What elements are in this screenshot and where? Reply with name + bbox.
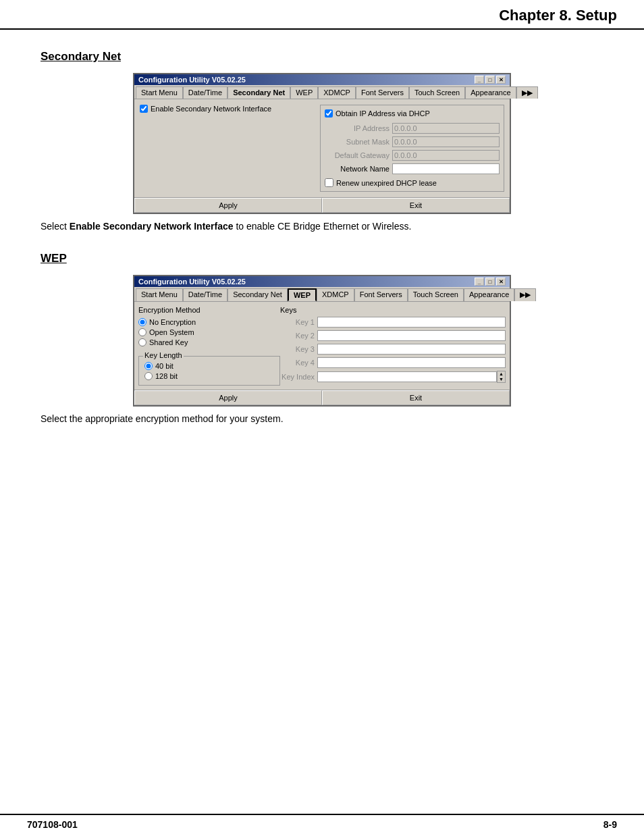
- key3-input[interactable]: [317, 344, 506, 355]
- 40bit-radio[interactable]: [144, 362, 153, 370]
- wep-tab-datetime[interactable]: Date/Time: [183, 288, 227, 301]
- obtain-dhcp-checkbox[interactable]: [325, 109, 333, 118]
- titlebar-buttons: _ □ ✕: [475, 76, 506, 84]
- wep-tab-start-menu[interactable]: Start Menu: [136, 288, 183, 301]
- wep-tab-wep[interactable]: WEP: [288, 288, 317, 301]
- ip-address-row: IP Address: [325, 123, 500, 134]
- wep-minimize-button[interactable]: _: [475, 278, 484, 286]
- wep-left-panel: Encryption Method No Encryption Open Sys…: [138, 306, 280, 386]
- key1-row: Key 1: [280, 317, 506, 328]
- renew-label: Renew unexpired DHCP lease: [336, 179, 437, 187]
- wep-tab-font-servers[interactable]: Font Servers: [354, 288, 408, 301]
- wep-tab-bar: Start Menu Date/Time Secondary Net WEP X…: [134, 287, 510, 302]
- 40bit-row: 40 bit: [144, 362, 274, 370]
- network-name-input[interactable]: [392, 163, 500, 174]
- wep-maximize-button[interactable]: □: [485, 278, 495, 286]
- tab-appearance[interactable]: Appearance: [465, 86, 516, 99]
- network-name-row: Network Name: [325, 163, 500, 174]
- secondary-net-tab-bar: Start Menu Date/Time Secondary Net WEP X…: [134, 85, 510, 99]
- shared-key-label: Shared Key: [149, 338, 188, 346]
- wep-right-panel: Keys Key 1 Key 2 Key 3 Key 4: [280, 306, 506, 386]
- wep-heading: WEP: [41, 252, 603, 265]
- tab-wep[interactable]: WEP: [290, 86, 318, 99]
- wep-footer: Apply Exit: [134, 390, 510, 405]
- wep-dialog-title: Configuration Utility V05.02.25: [138, 278, 246, 286]
- 128bit-row: 128 bit: [144, 372, 274, 380]
- page-header: Chapter 8. Setup: [0, 0, 644, 30]
- enable-secondary-checkbox[interactable]: [140, 105, 148, 113]
- key-length-label: Key Length: [143, 351, 184, 359]
- wep-titlebar-buttons: _ □ ✕: [475, 278, 506, 286]
- wep-close-button[interactable]: ✕: [496, 278, 506, 286]
- key4-label: Key 4: [280, 359, 317, 367]
- subnet-mask-label: Subnet Mask: [325, 138, 392, 146]
- tab-secondary-net[interactable]: Secondary Net: [227, 86, 290, 99]
- secondary-net-footer: Apply Exit: [134, 197, 510, 213]
- key4-input[interactable]: [317, 357, 506, 368]
- secondary-net-exit-button[interactable]: Exit: [322, 198, 510, 213]
- footer-left: 707108-001: [27, 819, 78, 830]
- wep-titlebar: Configuration Utility V05.02.25 _ □ ✕: [134, 276, 510, 287]
- wep-tab-more[interactable]: ▶▶: [514, 288, 536, 301]
- enable-checkbox-row: Enable Secondary Network Interface: [140, 105, 315, 113]
- default-gateway-label: Default Gateway: [325, 151, 392, 159]
- wep-description: Select the appropriate encryption method…: [41, 413, 603, 424]
- tab-font-servers[interactable]: Font Servers: [356, 86, 409, 99]
- maximize-button[interactable]: □: [485, 76, 495, 84]
- tab-more[interactable]: ▶▶: [516, 86, 538, 99]
- ip-address-input[interactable]: [392, 123, 500, 134]
- tab-touch-screen[interactable]: Touch Screen: [409, 86, 465, 99]
- key3-label: Key 3: [280, 345, 317, 353]
- renew-checkbox[interactable]: [325, 178, 333, 187]
- key-index-spinner[interactable]: ▲ ▼: [497, 371, 506, 383]
- 40bit-label: 40 bit: [155, 362, 173, 370]
- key-length-group: Key Length 40 bit 128 bit: [138, 356, 280, 386]
- secondary-net-description: Select Enable Secondary Network Interfac…: [41, 221, 603, 232]
- wep-tab-touch-screen[interactable]: Touch Screen: [408, 288, 464, 301]
- secondary-net-right: Obtain IP Address via DHCP IP Address Su…: [320, 105, 504, 192]
- wep-tab-secondary-net[interactable]: Secondary Net: [227, 288, 288, 301]
- subnet-mask-input[interactable]: [392, 136, 500, 147]
- chapter-title: Chapter 8. Setup: [499, 7, 617, 24]
- tab-datetime[interactable]: Date/Time: [183, 86, 227, 99]
- default-gateway-row: Default Gateway: [325, 150, 500, 161]
- renew-row: Renew unexpired DHCP lease: [325, 178, 500, 187]
- shared-key-row: Shared Key: [138, 338, 280, 346]
- open-system-radio[interactable]: [138, 328, 146, 336]
- wep-tab-xdmcp[interactable]: XDMCP: [317, 288, 354, 301]
- secondary-net-dialog-title: Configuration Utility V05.02.25: [138, 76, 246, 84]
- key3-row: Key 3: [280, 344, 506, 355]
- secondary-net-section: Secondary Net Configuration Utility V05.…: [41, 50, 603, 232]
- wep-tab-appearance[interactable]: Appearance: [464, 288, 514, 301]
- open-system-label: Open System: [149, 328, 194, 336]
- key4-row: Key 4: [280, 357, 506, 368]
- no-encryption-row: No Encryption: [138, 318, 280, 326]
- 128bit-radio[interactable]: [144, 372, 153, 380]
- secondary-net-apply-button[interactable]: Apply: [134, 198, 322, 213]
- minimize-button[interactable]: _: [475, 76, 484, 84]
- open-system-row: Open System: [138, 328, 280, 336]
- wep-dialog: Configuration Utility V05.02.25 _ □ ✕ St…: [133, 275, 511, 407]
- page-footer: 707108-001 8-9: [0, 814, 644, 834]
- wep-section: WEP Configuration Utility V05.02.25 _ □ …: [41, 252, 603, 424]
- key1-input[interactable]: [317, 317, 506, 328]
- no-encryption-radio[interactable]: [138, 318, 146, 326]
- key-index-row: Key Index ▲ ▼: [280, 371, 506, 383]
- tab-start-menu[interactable]: Start Menu: [136, 86, 183, 99]
- footer-right: 8-9: [603, 819, 617, 830]
- wep-exit-button[interactable]: Exit: [322, 390, 510, 405]
- key-index-input[interactable]: [317, 371, 497, 382]
- spinner-down[interactable]: ▼: [498, 377, 505, 382]
- wep-apply-button[interactable]: Apply: [134, 390, 322, 405]
- obtain-dhcp-row: Obtain IP Address via DHCP: [325, 109, 500, 118]
- key1-label: Key 1: [280, 318, 317, 326]
- subnet-mask-row: Subnet Mask: [325, 136, 500, 147]
- enable-secondary-label: Enable Secondary Network Interface: [151, 105, 271, 113]
- shared-key-radio[interactable]: [138, 338, 146, 346]
- key2-input[interactable]: [317, 330, 506, 341]
- tab-xdmcp[interactable]: XDMCP: [318, 86, 356, 99]
- default-gateway-input[interactable]: [392, 150, 500, 161]
- obtain-dhcp-label: Obtain IP Address via DHCP: [336, 109, 430, 118]
- close-button[interactable]: ✕: [496, 76, 506, 84]
- spinner-up[interactable]: ▲: [498, 371, 505, 377]
